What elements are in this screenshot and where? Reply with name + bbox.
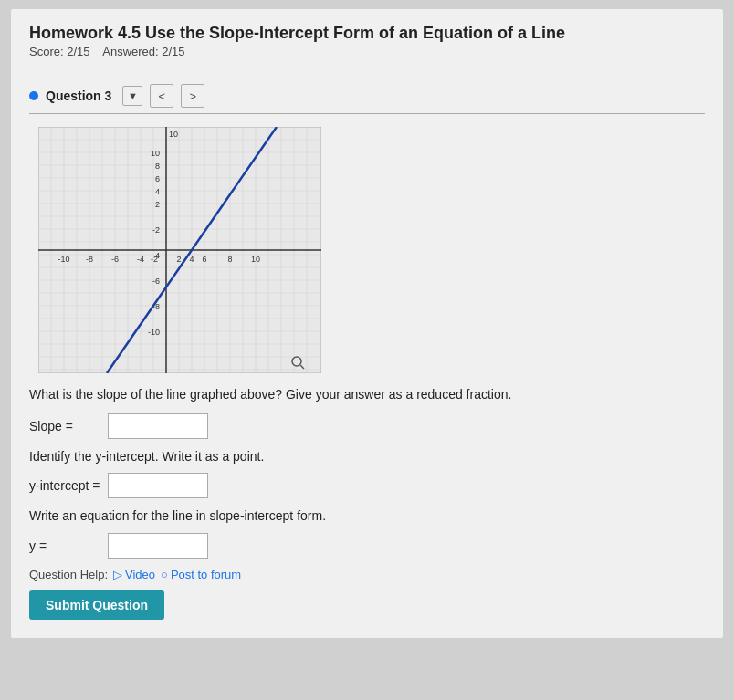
intercept-input-row: y-intercept =	[29, 473, 705, 498]
slope-input-row: Slope =	[29, 413, 705, 439]
svg-text:10: 10	[251, 255, 260, 264]
slope-question-text: What is the slope of the line graphed ab…	[29, 386, 705, 404]
question-label: Question 3	[46, 89, 111, 103]
video-icon: ▷	[113, 568, 122, 581]
intercept-input[interactable]	[108, 473, 208, 498]
dropdown-icon: ▼	[128, 90, 138, 101]
svg-text:-4: -4	[137, 255, 144, 264]
video-link[interactable]: ▷ Video	[113, 568, 155, 581]
equation-label: y =	[29, 538, 102, 553]
slope-label: Slope =	[29, 419, 102, 434]
slope-input[interactable]	[108, 413, 208, 439]
intercept-label: y-intercept =	[29, 478, 102, 493]
video-label: Video	[125, 568, 155, 581]
svg-text:2: 2	[155, 200, 160, 209]
question-help: Question Help: ▷ Video ○ Post to forum	[29, 568, 705, 581]
submit-button[interactable]: Submit Question	[29, 590, 164, 620]
svg-text:10: 10	[169, 130, 178, 139]
intercept-section-label: Identify the y-intercept. Write it as a …	[29, 448, 705, 466]
question-nav: Question 3 ▼ < >	[29, 78, 705, 114]
svg-text:8: 8	[227, 255, 232, 264]
forum-link[interactable]: ○ Post to forum	[161, 568, 241, 581]
answered-label: Answered: 2/15	[102, 45, 184, 58]
prev-button[interactable]: <	[150, 84, 173, 108]
svg-text:-4: -4	[152, 251, 160, 260]
svg-text:-8: -8	[86, 255, 93, 264]
question-dot	[29, 91, 38, 100]
svg-text:-10: -10	[58, 255, 69, 264]
svg-text:-6: -6	[111, 255, 119, 264]
next-button[interactable]: >	[181, 84, 204, 108]
score-line: Score: 2/15 Answered: 2/15	[29, 45, 705, 58]
graph-area: -10 -8 -6 -4 -2 2 4 6 8 10 10 8 6 4 2 -2…	[38, 127, 705, 373]
equation-input-row: y =	[29, 533, 705, 559]
coordinate-graph: -10 -8 -6 -4 -2 2 4 6 8 10 10 8 6 4 2 -2…	[38, 127, 321, 373]
question-help-label: Question Help:	[29, 568, 108, 581]
svg-text:10: 10	[151, 149, 160, 158]
forum-icon: ○	[161, 568, 168, 581]
svg-text:6: 6	[155, 174, 160, 183]
svg-text:4: 4	[155, 187, 160, 196]
score-label: Score: 2/15	[29, 45, 90, 58]
svg-text:6: 6	[202, 255, 206, 264]
forum-label: Post to forum	[171, 568, 241, 581]
svg-text:2: 2	[176, 255, 181, 264]
svg-text:8: 8	[155, 162, 160, 171]
svg-text:-2: -2	[152, 225, 160, 235]
next-icon: >	[190, 89, 197, 103]
equation-section-label: Write an equation for the line in slope-…	[29, 507, 705, 526]
svg-text:4: 4	[189, 255, 194, 264]
equation-input[interactable]	[108, 533, 208, 559]
svg-text:-6: -6	[152, 277, 160, 286]
question-dropdown[interactable]: ▼	[122, 86, 142, 106]
prev-icon: <	[159, 89, 166, 103]
svg-text:-10: -10	[148, 328, 160, 337]
page-title: Homework 4.5 Use the Slope-Intercept For…	[29, 24, 705, 43]
